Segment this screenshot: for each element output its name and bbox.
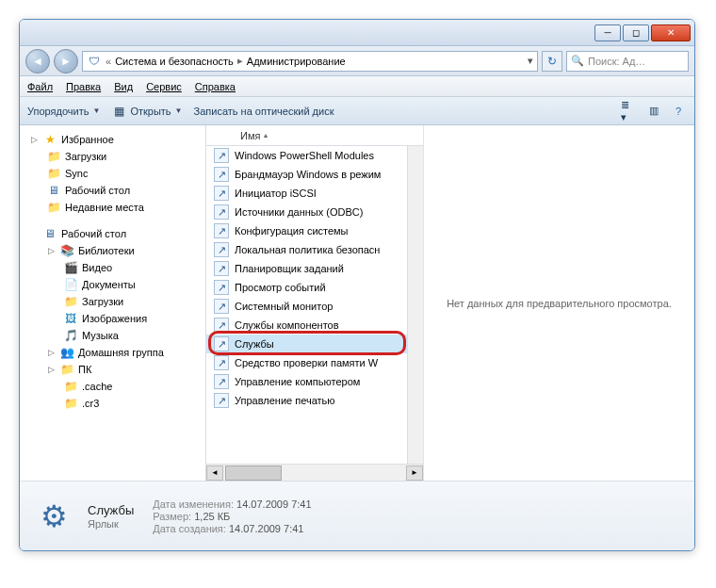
horizontal-scrollbar[interactable]: ◄ ►	[206, 464, 423, 481]
list-item[interactable]: ↗Управление компьютером	[206, 372, 423, 391]
pictures-icon: 🖼	[63, 311, 78, 326]
scroll-thumb[interactable]	[225, 466, 282, 481]
menu-edit[interactable]: Правка	[66, 81, 101, 92]
menu-help[interactable]: Справка	[195, 81, 236, 92]
open-button[interactable]: ▦ Открыть▼	[111, 104, 182, 119]
menu-tools[interactable]: Сервис	[146, 81, 182, 92]
refresh-button[interactable]: ↻	[542, 51, 562, 72]
shortcut-icon: ↗	[214, 148, 229, 163]
list-item[interactable]: ↗Просмотр событий	[206, 278, 423, 297]
nav-pane: ▷★Избранное 📁Загрузки 📁Sync 🖥Рабочий сто…	[20, 125, 206, 481]
list-item[interactable]: ↗Брандмауэр Windows в режим	[206, 165, 423, 184]
view-options-button[interactable]: ≣ ▾	[621, 103, 638, 120]
maximize-button[interactable]: ◻	[623, 24, 649, 41]
scroll-left-button[interactable]: ◄	[206, 466, 223, 481]
back-button[interactable]: ◄	[25, 49, 50, 74]
forward-button[interactable]: ►	[54, 49, 78, 74]
list-item[interactable]: ↗Инициатор iSCSI	[206, 184, 423, 203]
nav-item[interactable]: 🖼Изображения	[20, 310, 205, 327]
sort-indicator-icon: ▴	[264, 131, 268, 139]
list-item-label: Просмотр событий	[235, 282, 326, 293]
shortcut-icon: ↗	[214, 318, 229, 333]
shortcut-icon: ↗	[214, 186, 229, 201]
burn-button[interactable]: Записать на оптический диск	[194, 106, 334, 117]
menu-file[interactable]: Файл	[27, 81, 53, 92]
list-item-label: Брандмауэр Windows в режим	[235, 169, 381, 180]
nav-item[interactable]: 📁Недавние места	[20, 199, 205, 216]
list-item-label: Управление печатью	[235, 395, 335, 406]
close-button[interactable]: ✕	[651, 24, 691, 41]
nav-item[interactable]: 📄Документы	[20, 276, 205, 293]
folder-icon: 📁	[63, 379, 78, 394]
preview-pane: Нет данных для предварительного просмотр…	[423, 125, 694, 481]
list-item[interactable]: ↗Источники данных (ODBC)	[206, 203, 423, 221]
list-item-label: Инициатор iSCSI	[235, 188, 317, 199]
list-item[interactable]: ↗Windows PowerShell Modules	[206, 146, 423, 165]
minimize-button[interactable]: ─	[594, 24, 621, 41]
nav-item[interactable]: 📁Загрузки	[20, 148, 205, 165]
pc-icon: 📁	[59, 362, 74, 377]
nav-item[interactable]: 🎬Видео	[20, 259, 205, 276]
preview-empty-text: Нет данных для предварительного просмотр…	[447, 298, 672, 309]
file-list: Имя▴ ↗Windows PowerShell Modules↗Брандма…	[206, 125, 423, 481]
shortcut-icon: ↗	[214, 299, 229, 314]
nav-desktop[interactable]: 🖥Рабочий стол	[20, 225, 205, 242]
preview-pane-button[interactable]: ▥	[645, 103, 662, 120]
star-icon: ★	[42, 132, 57, 147]
titlebar: ─ ◻ ✕	[20, 20, 694, 46]
chevron-right-icon: ▸	[237, 55, 243, 67]
nav-libraries[interactable]: ▷📚Библиотеки	[20, 242, 205, 259]
nav-favorites[interactable]: ▷★Избранное	[20, 131, 205, 148]
documents-icon: 📄	[63, 277, 78, 292]
list-item-label: Управление компьютером	[235, 376, 360, 387]
nav-item[interactable]: 📁.cache	[20, 378, 205, 395]
list-item-label: Источники данных (ODBC)	[235, 206, 363, 218]
list-item-label: Windows PowerShell Modules	[235, 150, 374, 161]
column-header-name[interactable]: Имя▴	[206, 125, 423, 146]
list-item-label: Службы	[235, 338, 274, 350]
libraries-icon: 📚	[59, 243, 74, 258]
list-item[interactable]: ↗Системный монитор	[206, 297, 423, 316]
list-item[interactable]: ↗Планировщик заданий	[206, 259, 423, 278]
list-item[interactable]: ↗Управление печатью	[206, 391, 423, 410]
desktop-icon: 🖥	[42, 226, 57, 241]
help-button[interactable]: ?	[670, 103, 687, 120]
folder-icon: 📁	[46, 166, 61, 181]
list-item-label: Службы компонентов	[235, 319, 339, 331]
nav-item[interactable]: 📁Загрузки	[20, 293, 205, 310]
list-item[interactable]: ↗Конфигурация системы	[206, 221, 423, 240]
gear-icon: ⚙	[31, 494, 76, 539]
list-item[interactable]: ↗Средство проверки памяти W	[206, 353, 423, 372]
vertical-scrollbar[interactable]	[407, 146, 423, 464]
video-icon: 🎬	[63, 260, 78, 275]
open-icon: ▦	[111, 104, 126, 119]
nav-item[interactable]: 🎵Музыка	[20, 327, 205, 344]
list-item[interactable]: ↗Локальная политика безопасн	[206, 240, 423, 259]
shortcut-icon: ↗	[214, 374, 229, 389]
list-item-label: Системный монитор	[235, 301, 333, 312]
shortcut-icon: ↗	[214, 280, 229, 295]
list-item-label: Средство проверки памяти W	[235, 357, 378, 368]
nav-pc[interactable]: ▷📁ПК	[20, 361, 205, 378]
list-item[interactable]: ↗Службы компонентов	[206, 316, 423, 335]
menu-view[interactable]: Вид	[114, 81, 133, 92]
address-field[interactable]: 🛡 « Система и безопасность ▸ Администрир…	[82, 51, 538, 72]
folder-icon: 📁	[46, 149, 61, 164]
search-field[interactable]: 🔍 Поиск: Ад…	[566, 51, 689, 72]
shortcut-icon: ↗	[214, 223, 229, 238]
items-area: ↗Windows PowerShell Modules↗Брандмауэр W…	[206, 146, 423, 464]
folder-icon: 📁	[63, 396, 78, 411]
shortcut-icon: ↗	[214, 242, 229, 257]
address-dropdown[interactable]: ▾	[528, 55, 533, 67]
organize-button[interactable]: Упорядочить▼	[27, 106, 100, 117]
list-item[interactable]: ↗Службы	[206, 335, 423, 353]
breadcrumb-segment[interactable]: Администрирование	[247, 56, 346, 67]
list-item-label: Конфигурация системы	[235, 225, 349, 237]
breadcrumb-segment[interactable]: Система и безопасность	[115, 56, 234, 67]
nav-item[interactable]: 🖥Рабочий стол	[20, 182, 205, 199]
nav-item[interactable]: 📁Sync	[20, 165, 205, 182]
scroll-right-button[interactable]: ►	[406, 466, 423, 481]
homegroup-icon: 👥	[59, 345, 74, 360]
nav-item[interactable]: 📁.cr3	[20, 395, 205, 412]
nav-homegroup[interactable]: ▷👥Домашняя группа	[20, 344, 205, 361]
